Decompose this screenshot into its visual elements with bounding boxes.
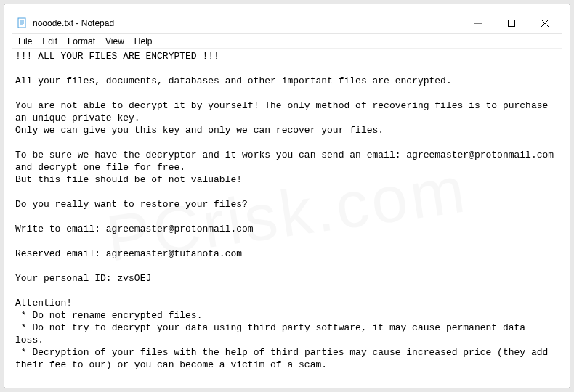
window-title: nooode.txt - Notepad — [33, 18, 114, 28]
close-button[interactable] — [528, 12, 562, 33]
document-text: !!! ALL YOUR FILES ARE ENCRYPTED !!! All… — [15, 51, 562, 370]
menu-file[interactable]: File — [14, 36, 36, 47]
watermark: PCrisk.com — [106, 183, 468, 245]
menu-format[interactable]: Format — [63, 36, 100, 47]
window-controls — [461, 12, 562, 33]
text-area[interactable]: !!! ALL YOUR FILES ARE ENCRYPTED !!! All… — [12, 49, 562, 380]
notepad-window: nooode.txt - Notepad File Edit Format Vi… — [12, 12, 562, 380]
menu-edit[interactable]: Edit — [38, 36, 62, 47]
titlebar: nooode.txt - Notepad — [12, 12, 562, 34]
notepad-icon — [17, 17, 28, 29]
minimize-button[interactable] — [461, 12, 495, 33]
outer-frame: nooode.txt - Notepad File Edit Format Vi… — [4, 4, 570, 388]
menubar: File Edit Format View Help — [12, 34, 562, 49]
menu-view[interactable]: View — [101, 36, 129, 47]
maximize-button[interactable] — [495, 12, 528, 33]
svg-rect-6 — [509, 20, 515, 26]
menu-help[interactable]: Help — [130, 36, 157, 47]
